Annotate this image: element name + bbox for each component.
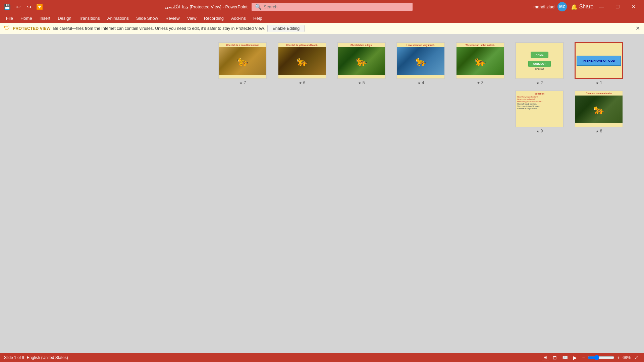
zoom-out-button[interactable]: − bbox=[581, 354, 586, 361]
zoom-slider[interactable] bbox=[588, 355, 614, 360]
save-button[interactable]: 💾 bbox=[3, 2, 12, 11]
slide-thumb-4[interactable]: I love cheetah very much. 🐆 bbox=[396, 42, 445, 79]
slide5-cheetah-icon: 🐆 bbox=[338, 47, 385, 75]
menu-animations[interactable]: Animations bbox=[104, 15, 132, 22]
slide7-image: 🐆 bbox=[219, 47, 266, 75]
slide-inner-7: Cheetah is a beautiful animal. 🐆 bbox=[219, 43, 266, 78]
menu-insert[interactable]: Insert bbox=[36, 15, 54, 22]
menu-help[interactable]: Help bbox=[250, 15, 266, 22]
slide-number-7: ★ 7 bbox=[239, 80, 246, 85]
title-bar: 💾 ↩ ↪ 🔽 چیتا انگلیسی [Protected View] - … bbox=[0, 0, 644, 13]
menu-addins[interactable]: Add-ins bbox=[228, 15, 249, 22]
menu-design[interactable]: Design bbox=[54, 15, 74, 22]
menu-file[interactable]: File bbox=[3, 15, 16, 22]
slide-item-7[interactable]: Cheetah is a beautiful animal. 🐆 ★ 7 bbox=[218, 42, 267, 85]
star-icon-7: ★ bbox=[239, 81, 243, 85]
slide3-cheetah-icon: 🐆 bbox=[457, 47, 504, 75]
menu-recording[interactable]: Recording bbox=[201, 15, 227, 22]
slide-thumb-7[interactable]: Cheetah is a beautiful animal. 🐆 bbox=[218, 42, 267, 79]
slide8-title: Cheetah is a meat eater bbox=[575, 91, 623, 96]
slide-item-2[interactable]: NAME SUBJECT Cheetah ★ 2 bbox=[515, 42, 564, 85]
slide-thumb-3[interactable]: The cheetah is the fastest. 🐆 bbox=[456, 42, 504, 79]
search-box[interactable]: 🔍 bbox=[252, 3, 413, 11]
slide-item-9[interactable]: question How Many legs cheetah? What col… bbox=[515, 90, 564, 133]
slide-item-1[interactable]: IN THE NAME OF GOD ★ 1 bbox=[575, 42, 623, 85]
slide1-title-box: IN THE NAME OF GOD bbox=[577, 56, 621, 66]
zoom-level: 68% bbox=[623, 355, 631, 360]
status-bar-right: ⊞ ⊟ 📖 ▶ − + 68% ⤢ bbox=[542, 354, 640, 361]
minimize-button[interactable]: — bbox=[594, 1, 609, 12]
slide2-name-btn: NAME bbox=[531, 52, 549, 58]
slide-inner-9: question How Many legs cheetah? What col… bbox=[516, 91, 563, 127]
star-icon-6: ★ bbox=[299, 81, 302, 85]
slide6-image: 🐆 bbox=[278, 47, 326, 75]
share-button[interactable]: Share bbox=[582, 2, 591, 11]
window-controls: — ☐ ✕ bbox=[594, 1, 641, 12]
status-bar: Slide 1 of 9 English (United States) ⊞ ⊟… bbox=[0, 353, 644, 362]
slide-number-8: ★ 8 bbox=[596, 129, 602, 133]
slide5-image: 🐆 bbox=[338, 47, 385, 75]
title-center: چیتا انگلیسی [Protected View] - PowerPoi… bbox=[47, 3, 531, 11]
slide8-cheetah-icon: 🐆 bbox=[575, 96, 623, 123]
slide-inner-3: The cheetah is the fastest. 🐆 bbox=[457, 43, 504, 78]
slide-item-6[interactable]: Cheetah is yellow and black. 🐆 ★ 6 bbox=[278, 42, 326, 85]
slide-number-4: ★ 4 bbox=[418, 80, 424, 85]
slide-thumb-2[interactable]: NAME SUBJECT Cheetah bbox=[515, 42, 564, 79]
slide9-title: question bbox=[517, 93, 562, 95]
star-icon-2: ★ bbox=[536, 81, 539, 85]
zoom-in-button[interactable]: + bbox=[616, 354, 621, 361]
slide-item-4[interactable]: I love cheetah very much. 🐆 ★ 4 bbox=[396, 42, 445, 85]
slide2-subject-btn: SUBJECT bbox=[528, 61, 551, 67]
menu-slideshow[interactable]: Slide Show bbox=[133, 15, 161, 22]
close-button[interactable]: ✕ bbox=[626, 1, 641, 12]
slide5-title: Cheetah has 4 legs. bbox=[338, 43, 385, 47]
slide-thumb-6[interactable]: Cheetah is yellow and black. 🐆 bbox=[278, 42, 326, 79]
user-avatar: MZ bbox=[557, 2, 567, 11]
slide8-image: 🐆 bbox=[575, 96, 623, 123]
protected-label: PROTECTED VIEW bbox=[13, 26, 51, 31]
customize-button[interactable]: 🔽 bbox=[35, 2, 44, 11]
slide7-cheetah-icon: 🐆 bbox=[219, 47, 266, 75]
menu-transitions[interactable]: Transitions bbox=[75, 15, 103, 22]
slide-item-8[interactable]: Cheetah is a meat eater 🐆 ★ 8 bbox=[575, 90, 623, 133]
normal-view-button[interactable]: ⊞ bbox=[542, 354, 549, 361]
slide-thumb-8[interactable]: Cheetah is a meat eater 🐆 bbox=[575, 90, 623, 127]
shield-icon: 🛡 bbox=[4, 25, 10, 32]
document-title: چیتا انگلیسی [Protected View] - PowerPoi… bbox=[165, 4, 248, 9]
menu-review[interactable]: Review bbox=[162, 15, 183, 22]
language-info: English (United States) bbox=[27, 355, 68, 360]
slide-number-9: ★ 9 bbox=[536, 129, 543, 133]
slide-inner-1: IN THE NAME OF GOD bbox=[576, 43, 622, 78]
enable-editing-button[interactable]: Enable Editing bbox=[267, 25, 305, 32]
slide-inner-8: Cheetah is a meat eater 🐆 bbox=[575, 91, 623, 127]
slide4-title: I love cheetah very much. bbox=[397, 43, 444, 47]
fit-to-window-button[interactable]: ⤢ bbox=[633, 354, 640, 361]
slide-thumb-5[interactable]: Cheetah has 4 legs. 🐆 bbox=[337, 42, 386, 79]
slide-thumb-1[interactable]: IN THE NAME OF GOD bbox=[575, 42, 623, 79]
slide-sorter-button[interactable]: ⊟ bbox=[551, 354, 558, 361]
slide-inner-4: I love cheetah very much. 🐆 bbox=[397, 43, 444, 78]
slide-number-6: ★ 6 bbox=[299, 80, 306, 85]
search-input[interactable] bbox=[264, 4, 409, 9]
notifications-button[interactable]: 🔔 bbox=[570, 2, 579, 11]
slide-inner-6: Cheetah is yellow and black. 🐆 bbox=[278, 43, 326, 78]
slide-thumb-9[interactable]: question How Many legs cheetah? What col… bbox=[515, 90, 564, 127]
star-icon-1: ★ bbox=[596, 81, 599, 85]
slide-item-5[interactable]: Cheetah has 4 legs. 🐆 ★ 5 bbox=[337, 42, 386, 85]
maximize-button[interactable]: ☐ bbox=[610, 1, 625, 12]
slideshow-button[interactable]: ▶ bbox=[572, 354, 578, 361]
menu-view[interactable]: View bbox=[184, 15, 200, 22]
menu-home[interactable]: Home bbox=[17, 15, 36, 22]
redo-button[interactable]: ↪ bbox=[24, 2, 34, 11]
slide-inner-2: NAME SUBJECT Cheetah bbox=[516, 43, 563, 78]
slide3-title: The cheetah is the fastest. bbox=[457, 43, 504, 47]
star-icon-4: ★ bbox=[418, 81, 421, 85]
main-area: Cheetah is a beautiful animal. 🐆 ★ 7 Che… bbox=[0, 34, 644, 353]
reading-view-button[interactable]: 📖 bbox=[561, 354, 569, 361]
user-info: mahdi ziaei MZ bbox=[533, 2, 567, 11]
undo-button[interactable]: ↩ bbox=[13, 2, 23, 11]
slide-item-3[interactable]: The cheetah is the fastest. 🐆 ★ 3 bbox=[456, 42, 504, 85]
close-protected-bar-button[interactable]: ✕ bbox=[636, 25, 640, 32]
slide7-title: Cheetah is a beautiful animal. bbox=[219, 43, 266, 47]
slide2-subject-section: SUBJECT Cheetah bbox=[528, 61, 551, 70]
